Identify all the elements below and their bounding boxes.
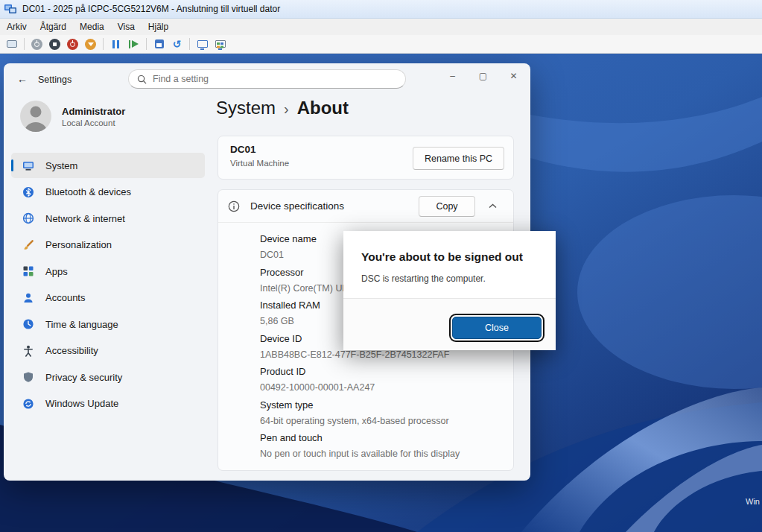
ctrl-alt-del-icon	[7, 40, 17, 48]
ctrl-alt-del-button[interactable]	[4, 37, 19, 52]
toolbar: ↺	[0, 35, 762, 54]
privacy-security-icon	[22, 371, 34, 383]
enhanced-session-button[interactable]	[194, 37, 210, 52]
close-button[interactable]: Close	[452, 317, 542, 339]
dialog-footer: Close	[343, 298, 556, 350]
sidebar-item-accounts[interactable]: Accounts	[11, 285, 205, 311]
dialog-title: You're about to be signed out	[361, 250, 538, 264]
sidebar-item-system[interactable]: System	[11, 153, 205, 178]
windows-update-icon	[22, 398, 34, 410]
toolbar-separator	[103, 38, 104, 50]
shut-down-button[interactable]	[65, 37, 80, 52]
breadcrumb: System › About	[216, 98, 349, 118]
spec-label: Pen and touch	[260, 432, 513, 449]
turn-off-button[interactable]	[47, 37, 63, 52]
desktop-watermark: Win	[746, 497, 760, 506]
share-icon	[215, 40, 226, 48]
spec-value: 64-bit operating system, x64-based proce…	[260, 416, 513, 433]
sidebar-item-time-language[interactable]: Time & language	[11, 311, 205, 337]
back-button[interactable]: ←	[13, 70, 32, 88]
avatar	[20, 101, 51, 132]
breadcrumb-separator-icon: ›	[284, 99, 289, 118]
save-button[interactable]	[83, 37, 98, 52]
sidebar-item-label: Accessibility	[45, 345, 98, 356]
sidebar-item-accessibility[interactable]: Accessibility	[11, 338, 205, 364]
sidebar-item-bluetooth-devices[interactable]: Bluetooth & devices	[11, 180, 205, 205]
pc-name-card: DC01 Virtual Machine Rename this PC	[218, 136, 514, 180]
toolbar-separator	[24, 38, 25, 50]
breadcrumb-system[interactable]: System	[216, 98, 276, 118]
checkpoint-button[interactable]	[151, 37, 167, 52]
spec-row: Pen and touch No pen or touch input is a…	[260, 432, 513, 466]
spec-value: No pen or touch input is available for t…	[260, 449, 513, 466]
device-specifications-header[interactable]: Device specifications Copy	[218, 190, 513, 223]
sidebar-item-label: System	[45, 160, 77, 171]
sidebar-item-personalization[interactable]: Personalization	[11, 232, 205, 258]
minimize-button[interactable]: –	[437, 66, 468, 86]
close-window-button[interactable]: ✕	[498, 66, 529, 86]
enhanced-session-icon	[197, 40, 208, 48]
sidebar-item-privacy-security[interactable]: Privacy & security	[11, 364, 205, 390]
settings-search-box[interactable]	[128, 69, 406, 89]
menu-atgard[interactable]: Åtgärd	[34, 19, 73, 34]
sidebar-item-label: Apps	[45, 266, 68, 277]
search-icon	[137, 75, 147, 84]
accounts-icon	[22, 292, 34, 304]
menu-media[interactable]: Media	[73, 19, 111, 34]
search-input[interactable]	[153, 74, 397, 84]
vm-display: Win ← Settings – ▢ ✕ Administrator Local…	[0, 54, 762, 532]
account-block[interactable]: Administrator Local Account	[20, 101, 125, 132]
share-button[interactable]	[212, 37, 228, 52]
apps-icon	[22, 265, 34, 277]
spec-value: 1ABB48BC-E812-477F-B25F-2B7451322FAF	[260, 349, 513, 367]
settings-app-title: Settings	[38, 75, 72, 85]
reset-button[interactable]	[126, 37, 142, 52]
device-specifications-title: Device specifications	[250, 200, 344, 212]
reset-icon	[129, 40, 139, 48]
revert-icon: ↺	[173, 39, 182, 49]
toolbar-separator	[146, 38, 147, 50]
start-icon	[31, 39, 42, 50]
menu-hjalp[interactable]: Hjälp	[142, 19, 175, 34]
device-name: DC01	[230, 144, 256, 155]
chevron-up-icon[interactable]	[481, 196, 504, 217]
dialog-message: DSC is restarting the computer.	[361, 273, 538, 284]
spec-row: System type 64-bit operating system, x64…	[260, 399, 513, 433]
menu-visa[interactable]: Visa	[111, 19, 142, 34]
signout-dialog: You're about to be signed out DSC is res…	[343, 231, 556, 350]
sidebar-item-label: Privacy & security	[45, 372, 122, 383]
checkpoint-icon	[155, 39, 164, 48]
time-language-icon	[22, 318, 34, 330]
save-icon	[85, 39, 96, 50]
titlebar: DC01 - 2025 på ICPC-5CG5212V6M - Anslutn…	[0, 0, 762, 19]
sidebar-item-label: Windows Update	[45, 398, 118, 409]
rename-pc-button[interactable]: Rename this PC	[413, 147, 504, 170]
shut-down-icon	[67, 39, 78, 50]
sidebar-item-label: Bluetooth & devices	[45, 186, 131, 197]
account-name: Administrator	[62, 106, 125, 117]
spec-label: Product ID	[260, 366, 513, 382]
sidebar-item-label: Accounts	[45, 292, 85, 303]
settings-window-controls: – ▢ ✕	[437, 66, 529, 86]
pause-icon	[112, 40, 119, 48]
copy-button[interactable]: Copy	[419, 196, 475, 217]
pause-button[interactable]	[108, 37, 124, 52]
menu-bar: Arkiv Åtgärd Media Visa Hjälp	[0, 19, 762, 35]
device-type: Virtual Machine	[230, 159, 289, 168]
revert-button[interactable]: ↺	[169, 37, 185, 52]
sidebar-item-label: Network & internet	[45, 213, 125, 224]
start-button[interactable]	[29, 37, 45, 52]
page-title: About	[297, 98, 349, 118]
sidebar-item-windows-update[interactable]: Windows Update	[11, 391, 205, 417]
spec-value: 00492-10000-00001-AA247	[260, 382, 513, 399]
network-icon	[22, 212, 34, 224]
toolbar-separator	[189, 38, 190, 50]
account-type: Local Account	[62, 118, 125, 127]
accessibility-icon	[22, 345, 34, 357]
spec-row: Product ID 00492-10000-00001-AA247	[260, 366, 513, 399]
sidebar-item-apps[interactable]: Apps	[11, 259, 205, 284]
bluetooth-icon	[22, 186, 34, 198]
menu-arkiv[interactable]: Arkiv	[0, 19, 34, 34]
sidebar-item-network-internet[interactable]: Network & internet	[11, 206, 205, 231]
maximize-button[interactable]: ▢	[468, 66, 498, 86]
